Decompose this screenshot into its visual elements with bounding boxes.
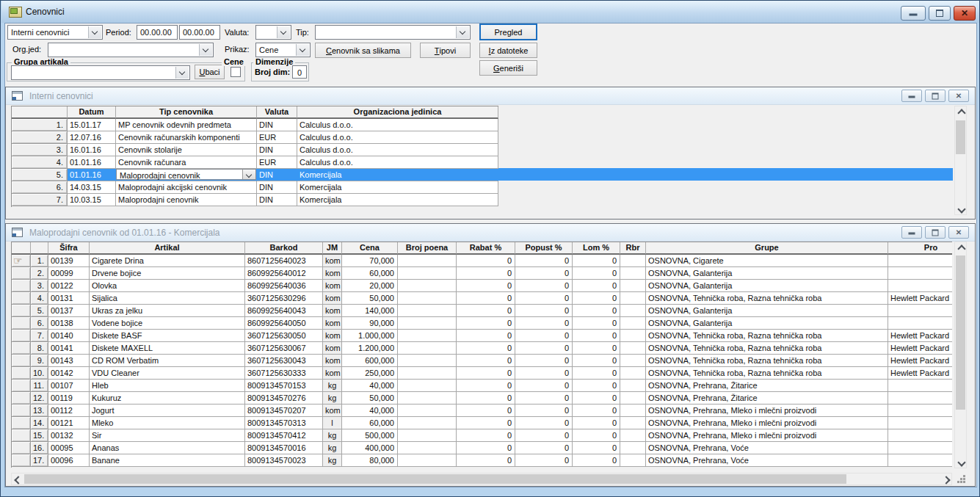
broj-dim-input[interactable]: 0 [292, 65, 307, 79]
cell-grupe[interactable]: OSNOVNA, Prehrana, Mleko i mlečni proizv… [646, 405, 888, 417]
tip-combobox[interactable] [315, 25, 471, 40]
cell-cena[interactable]: 40,000 [342, 405, 398, 417]
row-number-cell[interactable]: 12. [31, 392, 48, 405]
cell-grupe[interactable]: OSNOVNA, Prehrana, Voće [646, 442, 888, 454]
row-indicator-cell[interactable] [12, 454, 31, 467]
cell-tip-cenovnika[interactable]: Cenovnik računara [116, 156, 257, 169]
cell-sifra[interactable]: 00143 [48, 355, 90, 367]
cell-grupe[interactable]: OSNOVNA, Tehnička roba, Razna tehnička r… [646, 355, 888, 367]
cell-grupe[interactable]: OSNOVNA, Tehnička roba, Razna tehnička r… [646, 342, 888, 355]
cell-datum[interactable]: 12.07.16 [68, 131, 116, 144]
scrollbar-thumb[interactable] [956, 120, 965, 154]
dropdown-button[interactable] [88, 26, 101, 38]
cell-lom[interactable]: 0 [573, 255, 620, 267]
cell-barkod[interactable]: 8009134570153 [245, 380, 323, 392]
cell-broj-poena[interactable] [398, 429, 457, 442]
scrollbar-thumb[interactable] [956, 255, 965, 410]
row-number-cell[interactable]: 5. [12, 169, 68, 181]
cell-sifra[interactable]: 00142 [48, 367, 90, 380]
scroll-right-button[interactable] [940, 474, 951, 485]
cell-rabat[interactable]: 0 [457, 292, 515, 305]
cell-broj-poena[interactable] [398, 317, 457, 330]
cell-popust[interactable]: 0 [515, 330, 573, 342]
cell-lom[interactable]: 0 [573, 292, 620, 305]
cell-jm[interactable]: kom [323, 330, 342, 342]
cell-jm[interactable]: kom [323, 280, 342, 292]
pregled-button[interactable]: Pregled [479, 23, 537, 40]
cell-sifra[interactable]: 00112 [48, 405, 90, 417]
row-indicator-cell[interactable] [12, 405, 31, 417]
cell-jm[interactable]: kg [323, 392, 342, 405]
cell-artikal[interactable]: Diskete BASF [90, 330, 245, 342]
panel-minimize-button[interactable] [901, 90, 922, 102]
cell-barkod[interactable]: 3607125630296 [245, 292, 323, 305]
row-number-cell[interactable]: 14. [31, 417, 48, 429]
column-header[interactable] [12, 242, 31, 255]
cell-jm[interactable]: kg [323, 380, 342, 392]
dropdown-button[interactable] [456, 26, 469, 38]
scroll-up-button[interactable] [955, 242, 966, 254]
cell-lom[interactable]: 0 [573, 367, 620, 380]
cell-artikal[interactable]: Diskete MAXELL [90, 342, 245, 355]
cell-rabat[interactable]: 0 [457, 280, 515, 292]
cell-artikal[interactable]: Jogurt [90, 405, 245, 417]
row-number-cell[interactable]: 8. [31, 342, 48, 355]
cell-org-jedinica[interactable]: Komercijala [297, 181, 498, 194]
column-header[interactable]: Cena [342, 242, 398, 255]
cell-cena[interactable]: 20,000 [342, 280, 398, 292]
prikaz-combobox[interactable]: Cene [255, 43, 311, 57]
cell-org-jedinica[interactable]: Komercijala [297, 194, 498, 206]
cell-lom[interactable]: 0 [573, 442, 620, 454]
cell-grupe[interactable]: OSNOVNA, Tehnička roba, Razna tehnička r… [646, 330, 888, 342]
row-number-cell[interactable]: 10. [31, 367, 48, 380]
cell-grupe[interactable]: OSNOVNA, Galanterija [646, 305, 888, 317]
cell-popust[interactable]: 0 [515, 292, 573, 305]
cell-artikal[interactable]: Ukras za jelku [90, 305, 245, 317]
cell-grupe[interactable]: OSNOVNA, Prehrana, Žitarice [646, 392, 888, 405]
cell-org-jedinica[interactable]: Komercijala [297, 169, 498, 181]
cell-jm[interactable]: kg [323, 442, 342, 454]
cell-sifra[interactable]: 00119 [48, 392, 90, 405]
cell-barkod[interactable]: 8009134570023 [245, 454, 323, 467]
cell-proizvodjac[interactable] [888, 429, 952, 442]
cell-cena[interactable]: 60,000 [342, 267, 398, 280]
ubaci-button[interactable]: Ubaci [195, 65, 225, 79]
cell-artikal[interactable]: Sir [90, 429, 245, 442]
cell-org-jedinica[interactable]: Calculus d.o.o. [297, 119, 498, 131]
row-indicator-cell[interactable] [12, 442, 31, 454]
cell-broj-poena[interactable] [398, 330, 457, 342]
cene-checkbox[interactable] [231, 67, 241, 77]
cell-grupe[interactable]: OSNOVNA, Galanterija [646, 280, 888, 292]
valuta-combobox[interactable] [255, 25, 291, 40]
cell-lom[interactable]: 0 [573, 355, 620, 367]
cell-broj-poena[interactable] [398, 292, 457, 305]
column-header[interactable]: Rbr [620, 242, 646, 255]
cell-barkod[interactable]: 8607125640023 [245, 255, 323, 267]
row-number-cell[interactable]: 2. [31, 267, 48, 280]
cell-rabat[interactable]: 0 [457, 405, 515, 417]
cell-broj-poena[interactable] [398, 392, 457, 405]
row-indicator-cell[interactable] [12, 342, 31, 355]
cell-rbr[interactable] [620, 367, 646, 380]
row-number-cell[interactable]: 7. [12, 194, 68, 206]
cell-barkod[interactable]: 8009134570016 [245, 442, 323, 454]
cell-datum[interactable]: 14.03.15 [68, 181, 116, 194]
cell-grupe[interactable]: OSNOVNA, Prehrana, Mleko i mlečni proizv… [646, 429, 888, 442]
dropdown-button[interactable] [199, 44, 212, 56]
row-number-cell[interactable]: 1. [31, 255, 48, 267]
cell-datum[interactable]: 16.01.16 [68, 144, 116, 156]
column-header[interactable]: Valuta [257, 106, 297, 119]
cell-lom[interactable]: 0 [573, 280, 620, 292]
cell-proizvodjac[interactable] [888, 392, 952, 405]
cell-grupe[interactable]: OSNOVNA, Cigarete [646, 255, 888, 267]
cell-org-jedinica[interactable]: Calculus d.o.o. [297, 156, 498, 169]
column-header[interactable]: Organizaciona jedinica [297, 106, 498, 119]
cell-rabat[interactable]: 0 [457, 417, 515, 429]
cell-barkod[interactable]: 3607125630043 [245, 355, 323, 367]
cell-lom[interactable]: 0 [573, 305, 620, 317]
cell-grupe[interactable]: OSNOVNA, Tehnička roba, Razna tehnička r… [646, 367, 888, 380]
cell-cena[interactable]: 1.000,000 [342, 330, 398, 342]
cell-barkod[interactable]: 8609925640050 [245, 317, 323, 330]
cell-sifra[interactable]: 00132 [48, 429, 90, 442]
cell-artikal[interactable]: VDU Cleaner [90, 367, 245, 380]
